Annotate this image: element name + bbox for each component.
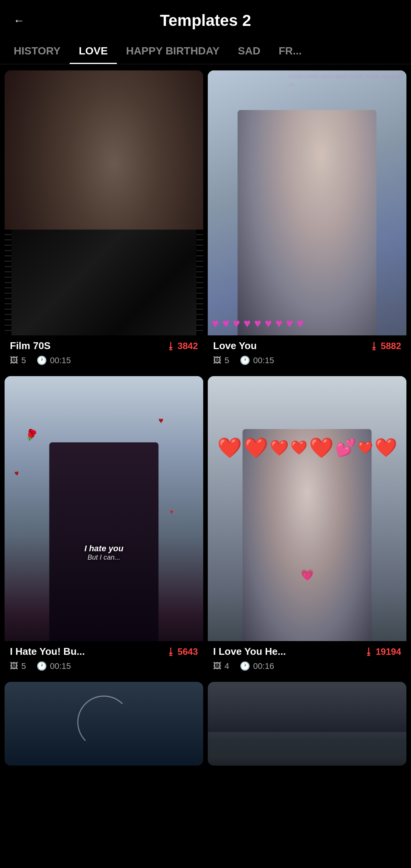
card-thumb-partial-1 — [5, 682, 203, 766]
tab-love[interactable]: LOVE — [70, 38, 117, 64]
card-info-i-hate-you: I Hate You! Bu... ⭳ 5643 🖼 5 🕐 00:15 — [5, 641, 203, 677]
tab-fr[interactable]: FR... — [269, 38, 311, 64]
tabs-bar: HISTORY LOVE HAPPY BIRTHDAY SAD FR... — [0, 38, 411, 64]
photos-meta: 🖼 5 — [10, 356, 26, 365]
download-icon: ⭳ — [166, 646, 175, 657]
duration-meta: 🕐 00:15 — [37, 661, 71, 671]
duration-value: 00:16 — [253, 661, 274, 671]
card-title-row: Love You ⭳ 5882 — [213, 340, 401, 352]
card-meta: 🖼 4 🕐 00:16 — [213, 661, 401, 671]
photos-meta: 🖼 5 — [213, 356, 229, 365]
photos-icon: 🖼 — [213, 661, 221, 671]
tab-happy-birthday[interactable]: HAPPY BIRTHDAY — [117, 38, 229, 64]
clock-icon: 🕐 — [240, 356, 250, 365]
card-downloads: ⭳ 3842 — [166, 341, 198, 351]
photos-count: 5 — [21, 661, 26, 671]
download-count: 3842 — [178, 341, 198, 351]
page-title: Templates 2 — [29, 11, 382, 30]
duration-value: 00:15 — [253, 356, 274, 365]
card-partial-2[interactable] — [208, 682, 406, 766]
card-thumb-partial-2 — [208, 682, 406, 766]
photos-count: 5 — [21, 356, 26, 365]
duration-value: 00:15 — [50, 661, 71, 671]
card-film-70s[interactable]: Film 70S ⭳ 3842 🖼 5 🕐 00:15 — [5, 70, 203, 372]
photos-meta: 🖼 5 — [10, 661, 26, 671]
back-icon: ← — [13, 14, 25, 27]
card-title: Film 70S — [10, 340, 51, 352]
duration-meta: 🕐 00:15 — [240, 356, 274, 365]
card-meta: 🖼 5 🕐 00:15 — [213, 356, 401, 365]
card-downloads: ⭳ 5882 — [370, 341, 401, 351]
tab-sad[interactable]: SAD — [229, 38, 269, 64]
photos-meta: 🖼 4 — [213, 661, 229, 671]
card-downloads: ⭳ 5643 — [166, 646, 198, 657]
card-i-love-you-here[interactable]: ❤️❤️❤️ ❤️❤️ 💕❤️ ❤️💗 I Love You He... ⭳ 1… — [208, 376, 406, 677]
duration-meta: 🕐 00:15 — [37, 356, 71, 365]
download-icon: ⭳ — [166, 341, 175, 351]
card-thumb-love-you: ♥ ♥ ♥ ♥ ♥ ♥ ♥ ♥ ♥ cundo cundo opius opiu… — [208, 70, 406, 335]
tab-history[interactable]: HISTORY — [5, 38, 70, 64]
clock-icon: 🕐 — [240, 661, 250, 671]
card-thumb-i-love-you-here: ❤️❤️❤️ ❤️❤️ 💕❤️ ❤️💗 — [208, 376, 406, 641]
clock-icon: 🕐 — [37, 661, 47, 671]
download-icon: ⭳ — [370, 341, 379, 351]
photos-icon: 🖼 — [10, 356, 18, 365]
card-title-row: I Love You He... ⭳ 19194 — [213, 646, 401, 657]
card-thumb-i-hate-you: 🌹 ♥ ♥ ♥ I hate you But I can... — [5, 376, 203, 641]
clock-icon: 🕐 — [37, 356, 47, 365]
circle-indicator — [77, 696, 131, 749]
card-title: Love You — [213, 340, 257, 352]
card-meta: 🖼 5 🕐 00:15 — [10, 661, 198, 671]
download-count: 5882 — [381, 341, 401, 351]
duration-value: 00:15 — [50, 356, 71, 365]
card-title-row: I Hate You! Bu... ⭳ 5643 — [10, 646, 198, 657]
back-button[interactable]: ← — [9, 11, 29, 30]
film-thumbnail-bg — [5, 70, 203, 335]
templates-grid: Film 70S ⭳ 3842 🖼 5 🕐 00:15 — [0, 64, 411, 772]
card-love-you[interactable]: ♥ ♥ ♥ ♥ ♥ ♥ ♥ ♥ ♥ cundo cundo opius opiu… — [208, 70, 406, 372]
photos-count: 4 — [225, 661, 229, 671]
photos-icon: 🖼 — [10, 661, 18, 671]
photos-count: 5 — [225, 356, 229, 365]
header: ← Templates 2 — [0, 0, 411, 38]
card-title: I Love You He... — [213, 646, 286, 657]
card-info-i-love-you-here: I Love You He... ⭳ 19194 🖼 4 🕐 00:16 — [208, 641, 406, 677]
download-icon: ⭳ — [364, 646, 373, 657]
photos-icon: 🖼 — [213, 356, 221, 365]
card-meta: 🖼 5 🕐 00:15 — [10, 356, 198, 365]
card-info-film-70s: Film 70S ⭳ 3842 🖼 5 🕐 00:15 — [5, 335, 203, 372]
card-title-row: Film 70S ⭳ 3842 — [10, 340, 198, 352]
card-downloads: ⭳ 19194 — [364, 646, 401, 657]
card-info-love-you: Love You ⭳ 5882 🖼 5 🕐 00:15 — [208, 335, 406, 372]
card-title: I Hate You! Bu... — [10, 646, 85, 657]
download-count: 19194 — [376, 646, 401, 657]
download-count: 5643 — [178, 646, 198, 657]
card-i-hate-you[interactable]: 🌹 ♥ ♥ ♥ I hate you But I can... I Hate Y… — [5, 376, 203, 677]
card-partial-1[interactable] — [5, 682, 203, 766]
duration-meta: 🕐 00:16 — [240, 661, 274, 671]
card-thumb-film-70s — [5, 70, 203, 335]
